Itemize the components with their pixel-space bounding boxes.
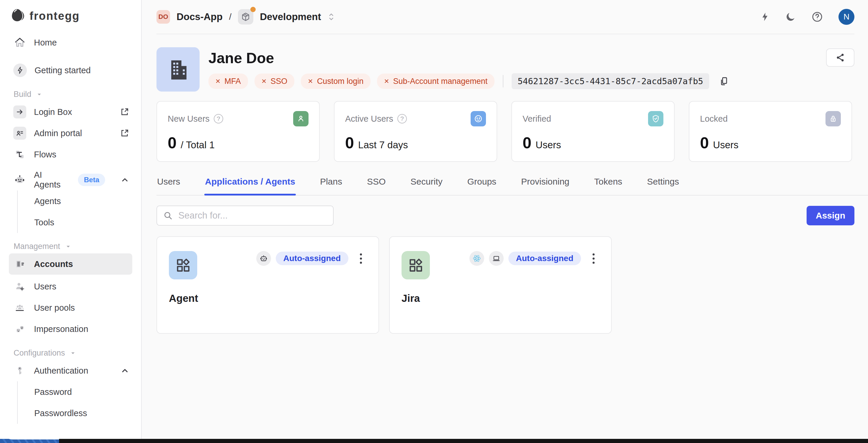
help-icon[interactable]: ? xyxy=(397,114,407,123)
sidebar-item-impersonation[interactable]: Impersonation xyxy=(0,318,141,339)
app-name: Jira xyxy=(402,292,599,304)
user-avatar[interactable]: N xyxy=(838,9,855,25)
stat-label: New Users xyxy=(168,114,210,124)
user-gear-icon xyxy=(13,280,26,293)
sidebar-item-user-pools[interactable]: User pools xyxy=(0,297,141,318)
external-link-icon[interactable] xyxy=(120,128,129,138)
search-input[interactable] xyxy=(156,206,334,226)
tab-provisioning[interactable]: Provisioning xyxy=(521,174,570,195)
login-box-icon xyxy=(13,106,26,118)
sidebar-item-agents[interactable]: Agents xyxy=(18,190,141,212)
sidebar-item-label: Users xyxy=(34,282,56,292)
tenant-header: Jane Doe × MFA × SSO × Custom login xyxy=(156,47,855,92)
sidebar-section-build[interactable]: Build xyxy=(13,90,141,99)
sidebar-item-flows[interactable]: Flows xyxy=(0,144,141,165)
brand-logo[interactable]: frontegg xyxy=(0,0,141,32)
card-menu-button[interactable] xyxy=(588,252,599,265)
sidebar-item-home[interactable]: Home xyxy=(0,32,141,53)
stat-caption: / Total 1 xyxy=(181,139,215,151)
quick-actions-bolt-icon[interactable] xyxy=(760,11,770,23)
card-menu-button[interactable] xyxy=(355,252,367,265)
sidebar-item-label: Getting started xyxy=(35,65,91,75)
remove-tag-icon[interactable]: × xyxy=(384,77,389,86)
sidebar-section-configurations[interactable]: Configurations xyxy=(13,349,141,358)
tab-applications-agents[interactable]: Applications / Agents xyxy=(204,174,296,195)
breadcrumb-app-name[interactable]: Docs-App xyxy=(177,11,223,23)
bottom-edge-bar xyxy=(59,439,868,443)
chevron-up-icon[interactable] xyxy=(120,366,129,375)
app-card-agent[interactable]: Auto-assigned Agent xyxy=(156,236,379,334)
tab-security[interactable]: Security xyxy=(410,174,443,195)
admin-portal-icon xyxy=(13,127,26,140)
remove-tag-icon[interactable]: × xyxy=(308,77,313,86)
sidebar-item-ai-agents[interactable]: AI Agents Beta xyxy=(0,169,141,190)
help-icon[interactable]: ? xyxy=(214,114,223,123)
share-icon xyxy=(835,53,845,63)
tab-settings[interactable]: Settings xyxy=(647,174,680,195)
app-icon xyxy=(169,251,197,279)
stat-card-locked: Locked 0 Users xyxy=(689,101,852,162)
tab-bar: Users Applications / Agents Plans SSO Se… xyxy=(156,174,868,196)
user-pools-icon xyxy=(13,301,26,314)
tab-plans[interactable]: Plans xyxy=(319,174,343,195)
sidebar-item-password[interactable]: Password xyxy=(18,381,141,403)
tag-label: SSO xyxy=(271,77,287,86)
copy-tenant-id-button[interactable] xyxy=(719,76,729,87)
sidebar-item-accounts[interactable]: Accounts xyxy=(9,254,132,275)
tab-groups[interactable]: Groups xyxy=(467,174,497,195)
stat-caption: Last 7 days xyxy=(358,139,408,151)
feature-tag-mfa[interactable]: × MFA xyxy=(209,73,248,89)
breadcrumb-environment-name[interactable]: Development xyxy=(260,11,321,23)
sidebar-section-management[interactable]: Management xyxy=(13,242,141,251)
sidebar-item-passwordless[interactable]: Passwordless xyxy=(18,403,141,424)
app-initials-chip[interactable]: DO xyxy=(156,10,170,24)
help-icon[interactable] xyxy=(811,11,823,23)
sidebar-item-tools[interactable]: Tools xyxy=(18,212,141,233)
stat-caption: Users xyxy=(713,139,738,151)
sidebar-item-login-box[interactable]: Login Box xyxy=(0,101,141,123)
auto-assigned-badge: Auto-assigned xyxy=(276,252,348,265)
stat-card-active-users: Active Users ? 0 Last 7 days xyxy=(334,101,497,162)
sidebar-item-authentication[interactable]: Authentication xyxy=(0,360,141,381)
remove-tag-icon[interactable]: × xyxy=(261,77,266,86)
sidebar-item-label: Login Box xyxy=(34,107,72,117)
dark-mode-moon-icon[interactable] xyxy=(785,11,796,22)
remove-tag-icon[interactable]: × xyxy=(216,77,220,86)
main-content: DO Docs-App / Development xyxy=(142,0,868,439)
stat-card-verified: Verified 0 Users xyxy=(512,101,675,162)
new-user-icon xyxy=(293,111,309,126)
environment-chip[interactable] xyxy=(238,9,253,25)
feature-tag-custom-login[interactable]: × Custom login xyxy=(301,73,371,89)
environment-switcher-icon[interactable] xyxy=(328,12,335,22)
tenant-header-right: Jane Doe × MFA × SSO × Custom login xyxy=(209,47,729,89)
share-button[interactable] xyxy=(826,49,855,67)
sidebar-item-label: Agents xyxy=(34,197,61,206)
feature-tag-sub-account[interactable]: × Sub-Account management xyxy=(377,73,495,89)
sidebar-item-users[interactable]: Users xyxy=(0,276,141,297)
chevron-up-icon[interactable] xyxy=(120,175,129,184)
assign-button[interactable]: Assign xyxy=(807,206,855,225)
frontegg-egg-icon xyxy=(11,8,27,24)
sidebar-item-getting-started[interactable]: Getting started xyxy=(0,60,141,81)
app-card-jira[interactable]: Auto-assigned Jira xyxy=(389,236,612,334)
tab-users[interactable]: Users xyxy=(156,174,181,195)
search-field xyxy=(156,206,334,226)
stat-label: Verified xyxy=(523,114,551,124)
sidebar-item-label: Authentication xyxy=(34,366,88,376)
tag-label: Custom login xyxy=(317,77,364,86)
feature-tag-sso[interactable]: × SSO xyxy=(254,73,294,89)
apps-grid: Auto-assigned Agent xyxy=(156,236,855,334)
external-link-icon[interactable] xyxy=(120,107,129,117)
authentication-subgroup: Password Passwordless xyxy=(17,381,141,424)
tab-sso[interactable]: SSO xyxy=(366,174,386,195)
stat-caption: Users xyxy=(535,139,561,151)
sidebar-item-admin-portal[interactable]: Admin portal xyxy=(0,123,141,144)
tab-tokens[interactable]: Tokens xyxy=(594,174,623,195)
sidebar-item-label: Impersonation xyxy=(34,324,88,334)
stat-value: 0 xyxy=(345,134,354,152)
sidebar-item-label: Flows xyxy=(34,150,56,159)
react-framework-icon xyxy=(469,251,484,266)
lightning-icon xyxy=(13,63,27,77)
lock-icon xyxy=(826,111,841,126)
tag-label: MFA xyxy=(224,77,241,86)
